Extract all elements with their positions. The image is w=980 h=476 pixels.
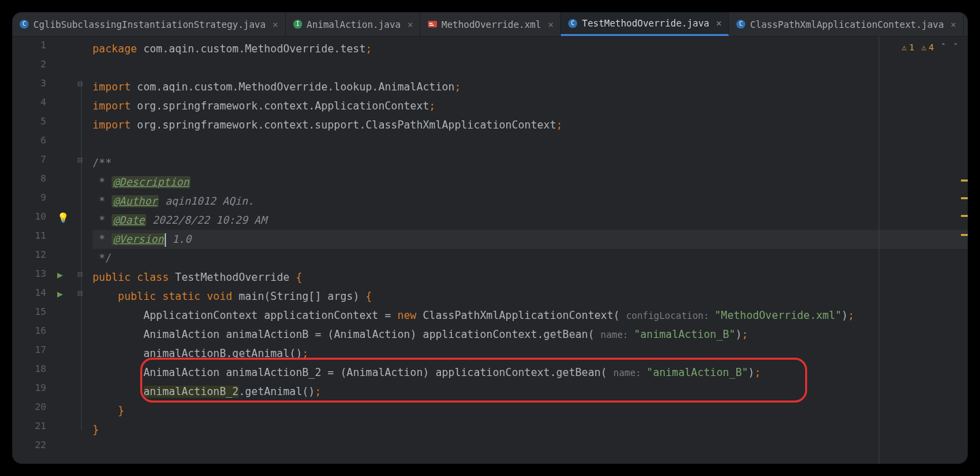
line-number: 11: [12, 230, 46, 249]
code-line: [93, 439, 968, 458]
tab-methodoverride-xml[interactable]: MethodOverride.xml ×: [421, 12, 561, 36]
tab-label: MethodOverride.xml: [442, 19, 541, 30]
line-number: 19: [12, 382, 46, 401]
warning-badge: ⚠4: [921, 38, 934, 57]
code-line: package com.aqin.custom.MethodOverride.t…: [93, 39, 968, 58]
code-line: }: [93, 420, 968, 439]
fold-guide: [81, 80, 82, 430]
line-number: 5: [12, 116, 46, 135]
code-line: import org.springframework.context.Appli…: [93, 97, 968, 116]
code-line: * @Version 1.0: [93, 230, 968, 249]
fold-handle-icon[interactable]: ⊟: [78, 288, 83, 299]
line-number: 22: [12, 439, 46, 458]
svg-text:C: C: [739, 20, 742, 27]
tab-label: AnimalAction.java: [307, 19, 401, 30]
fold-handle-icon[interactable]: ⊟: [78, 79, 83, 89]
code-line: ApplicationContext applicationContext = …: [93, 306, 968, 325]
line-number: 15: [12, 306, 46, 325]
interface-icon: I: [293, 19, 303, 29]
code-line: AnimalAction animalActionB_2 = (AnimalAc…: [93, 363, 968, 382]
warning-count: 4: [929, 38, 934, 57]
line-number: 14: [12, 287, 46, 306]
code-line: [93, 135, 968, 154]
warning-marker[interactable]: [961, 180, 968, 182]
fold-handle-icon[interactable]: ⊟: [78, 155, 83, 165]
prev-highlight-icon[interactable]: ˆ: [941, 38, 946, 57]
code-line: public class TestMethodOverride {: [93, 268, 968, 287]
line-number: 6: [12, 135, 46, 154]
marker-strip[interactable]: [958, 37, 968, 464]
line-number: 4: [12, 97, 46, 116]
class-icon: C: [568, 18, 578, 29]
close-icon[interactable]: ×: [951, 19, 956, 30]
code-line: AnimalAction animalActionB = (AnimalActi…: [93, 325, 968, 344]
code-line: * @Description: [93, 173, 968, 192]
bulb-icon[interactable]: 💡: [57, 212, 69, 223]
warning-count: 1: [909, 38, 915, 57]
xml-icon: [427, 19, 438, 29]
class-icon: C: [19, 19, 29, 29]
line-number: 20: [12, 401, 46, 420]
tab-label: ClassPathXmlApplicationContext.java: [750, 19, 943, 30]
code-line: animalActionB_2.getAnimal();: [93, 382, 968, 401]
tab-cglib[interactable]: C CglibSubclassingInstantiationStrategy.…: [12, 12, 286, 36]
line-number-gutter: 1 2 3 4 5 6 7 8 9 10 11 12 13 14 15 16 1…: [12, 37, 53, 464]
code-line: /**: [93, 154, 968, 173]
warning-marker[interactable]: [961, 197, 968, 199]
run-icon[interactable]: ▶: [57, 288, 63, 299]
next-highlight-icon[interactable]: ˇ: [953, 38, 958, 57]
line-number: 2: [12, 58, 46, 78]
warning-icon: ⚠: [921, 38, 927, 57]
tab-bar: C CglibSubclassingInstantiationStrategy.…: [12, 12, 968, 37]
close-icon[interactable]: ×: [272, 19, 278, 30]
code-line: * @Author aqin1012 AQin.: [93, 192, 968, 211]
line-number: 10: [12, 211, 46, 230]
gutter-icon-column: 💡 ▶ ▶: [53, 37, 74, 464]
svg-text:C: C: [22, 20, 26, 27]
code-line: animalActionB.getAnimal();: [93, 344, 968, 363]
warning-badge: ⚠1: [902, 38, 915, 57]
line-number: 13: [12, 268, 46, 287]
tab-animalaction[interactable]: I AnimalAction.java ×: [286, 12, 421, 36]
line-number: 8: [12, 173, 46, 192]
line-number: 18: [12, 363, 46, 382]
tab-label: TestMethodOverride.java: [582, 18, 709, 29]
code-line: */: [93, 249, 968, 268]
code-area[interactable]: ⚠1 ⚠4 ˆ ˇ package com.aqin.custom.Method…: [93, 37, 968, 464]
warning-icon: ⚠: [902, 38, 907, 57]
code-line: public static void main(String[] args) {: [93, 287, 968, 306]
svg-text:I: I: [295, 20, 299, 27]
tab-testmethodoverride[interactable]: C TestMethodOverride.java ×: [561, 12, 729, 36]
line-number: 9: [12, 192, 46, 211]
code-line: * @Date 2022/8/22 10:29 AM: [93, 211, 968, 230]
line-number: 16: [12, 325, 46, 344]
svg-rect-6: [429, 24, 434, 25]
line-number: 12: [12, 249, 46, 268]
warning-marker[interactable]: [961, 215, 968, 217]
close-icon[interactable]: ×: [716, 18, 721, 29]
svg-rect-5: [429, 23, 433, 24]
svg-text:C: C: [571, 20, 574, 27]
line-number: 3: [12, 78, 46, 97]
class-icon: C: [736, 19, 746, 29]
tab-label: CglibSubclassingInstantiationStrategy.ja…: [33, 19, 265, 30]
line-number: 1: [12, 39, 46, 58]
code-line: import org.springframework.context.suppo…: [93, 116, 968, 135]
code-line: [93, 58, 968, 78]
ide-window: C CglibSubclassingInstantiationStrategy.…: [12, 12, 968, 464]
close-icon[interactable]: ×: [548, 19, 553, 30]
line-number: 7: [12, 154, 46, 173]
fold-handle-icon[interactable]: ⊟: [78, 269, 83, 279]
inspection-summary[interactable]: ⚠1 ⚠4 ˆ ˇ: [902, 38, 958, 57]
tab-abstractb[interactable]: I AbstractB: [964, 12, 968, 36]
warning-marker[interactable]: [961, 234, 968, 236]
tab-classpathxml[interactable]: C ClassPathXmlApplicationContext.java ×: [729, 12, 964, 36]
line-number: 17: [12, 344, 46, 363]
editor: 1 2 3 4 5 6 7 8 9 10 11 12 13 14 15 16 1…: [12, 37, 968, 464]
line-number: 21: [12, 420, 46, 439]
code-line: }: [93, 401, 968, 420]
close-icon[interactable]: ×: [408, 19, 413, 30]
fold-column: ⊟ ⊟ ⊟ ⊟: [74, 37, 93, 464]
run-icon[interactable]: ▶: [57, 269, 63, 280]
svg-rect-4: [428, 21, 437, 27]
